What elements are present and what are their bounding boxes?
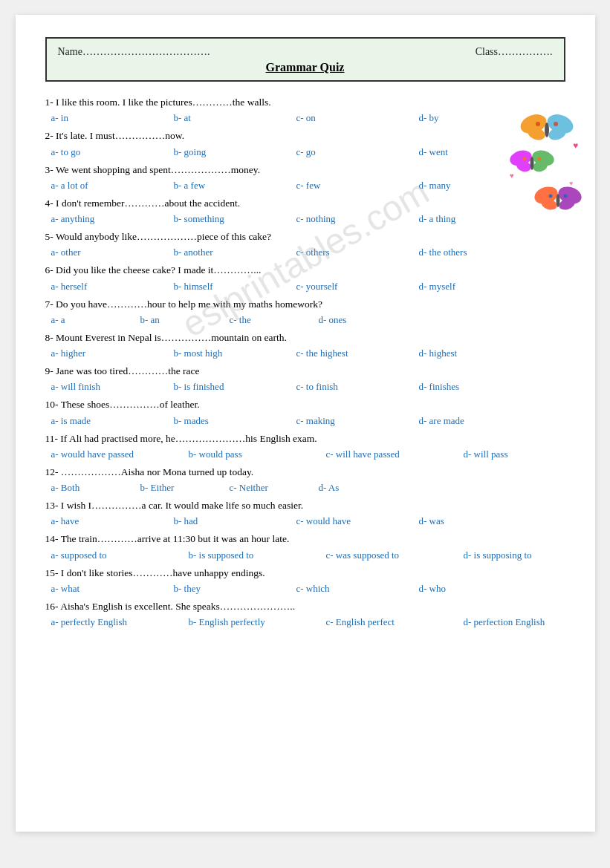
options-row-4: a- anythingb- somethingc- nothingd- a th…	[45, 213, 565, 225]
option-5-d: d- the others	[419, 247, 542, 258]
option-11-b: b- would pass	[189, 448, 326, 460]
option-10-b: b- mades	[174, 415, 296, 427]
question-text-1: 1- I like this room. I like the pictures…	[45, 95, 565, 110]
option-14-a: a- supposed to	[51, 549, 189, 561]
question-text-14: 14- The train…………arrive at 11:30 but it …	[45, 532, 565, 546]
options-row-16: a- perfectly Englishb- English perfectly…	[45, 616, 565, 628]
question-text-16: 16- Aisha's English is excellent. She sp…	[45, 599, 565, 614]
option-2-b: b- going	[174, 146, 296, 158]
options-row-12: a- Bothb- Eitherc- Neitherd- As	[45, 482, 565, 494]
option-8-d: d- highest	[419, 347, 542, 359]
question-block-3: 3- We went shopping and spent………………money…	[45, 163, 565, 192]
question-text-4: 4- I don't remember…………about the acciden…	[45, 196, 565, 211]
option-12-c: c- Neither	[230, 482, 319, 494]
option-8-c: c- the highest	[296, 347, 419, 359]
option-4-c: c- nothing	[296, 213, 419, 225]
question-block-5: 5- Would anybody like………………piece of this…	[45, 229, 565, 258]
question-block-10: 10- These shoes……………of leather.a- is mad…	[45, 397, 565, 426]
question-block-6: 6- Did you like the cheese cake? I made …	[45, 263, 565, 292]
question-text-5: 5- Would anybody like………………piece of this…	[45, 229, 565, 244]
option-8-a: a- higher	[51, 347, 174, 359]
options-row-6: a- herselfb- himselfc- yourselfd- myself	[45, 281, 565, 293]
option-16-a: a- perfectly English	[51, 616, 189, 628]
option-9-d: d- finishes	[419, 381, 542, 393]
options-row-13: a- haveb- hadc- would haved- was	[45, 515, 565, 527]
option-15-d: d- who	[419, 583, 542, 595]
class-label: Class…………….	[476, 46, 553, 58]
question-block-12: 12- ………………Aisha nor Mona turned up today…	[45, 465, 565, 494]
option-11-d: d- will pass	[464, 448, 601, 460]
option-13-a: a- have	[51, 515, 174, 527]
question-block-13: 13- I wish I……………a car. It would make li…	[45, 498, 565, 527]
options-row-3: a- a lot ofb- a fewc- fewd- many	[45, 180, 565, 192]
option-2-c: c- go	[296, 146, 419, 158]
option-12-b: b- Either	[140, 482, 230, 494]
option-10-d: d- are made	[419, 415, 542, 427]
question-block-9: 9- Jane was too tired…………the racea- will…	[45, 364, 565, 393]
question-text-13: 13- I wish I……………a car. It would make li…	[45, 498, 565, 513]
option-7-c: c- the	[230, 314, 319, 326]
question-text-9: 9- Jane was too tired…………the race	[45, 364, 565, 379]
option-12-d: d- As	[319, 482, 408, 494]
option-13-b: b- had	[174, 515, 296, 527]
option-7-b: b- an	[140, 314, 230, 326]
option-16-c: c- English perfect	[326, 616, 464, 628]
option-15-a: a- what	[51, 583, 174, 595]
question-text-11: 11- If Ali had practised more, he……………………	[45, 431, 565, 446]
question-block-15: 15- I don't like stories…………have unhappy…	[45, 566, 565, 595]
options-row-1: a- inb- atc- ond- by	[45, 112, 565, 124]
option-5-a: a- other	[51, 247, 174, 258]
option-10-a: a- is made	[51, 415, 174, 427]
questions-container: 1- I like this room. I like the pictures…	[45, 95, 565, 628]
question-block-8: 8- Mount Everest in Nepal is……………mountai…	[45, 330, 565, 359]
option-10-c: c- making	[296, 415, 419, 427]
option-16-b: b- English perfectly	[189, 616, 326, 628]
option-4-a: a- anything	[51, 213, 174, 225]
option-14-b: b- is supposed to	[189, 549, 326, 561]
option-7-a: a- a	[51, 314, 140, 326]
option-2-d: d- went	[419, 146, 542, 158]
option-5-b: b- another	[174, 247, 296, 258]
option-12-a: a- Both	[51, 482, 140, 494]
option-16-d: d- perfection English	[464, 616, 601, 628]
option-13-d: d- was	[419, 515, 542, 527]
option-15-c: c- which	[296, 583, 419, 595]
option-8-b: b- most high	[174, 347, 296, 359]
question-block-2: 2- It's late. I must……………now.a- to gob- …	[45, 128, 565, 157]
question-block-14: 14- The train…………arrive at 11:30 but it …	[45, 532, 565, 561]
question-text-15: 15- I don't like stories…………have unhappy…	[45, 566, 565, 581]
option-11-c: c- will have passed	[326, 448, 464, 460]
option-5-c: c- others	[296, 247, 419, 258]
option-1-b: b- at	[174, 112, 296, 124]
header-top-row: Name………………………………. Class…………….	[58, 46, 553, 58]
question-text-12: 12- ………………Aisha nor Mona turned up today…	[45, 465, 565, 480]
svg-text:♥: ♥	[569, 180, 573, 187]
option-3-a: a- a lot of	[51, 180, 174, 192]
question-text-10: 10- These shoes……………of leather.	[45, 397, 565, 412]
option-14-c: c- was supposed to	[326, 549, 464, 561]
option-6-c: c- yourself	[296, 281, 419, 293]
option-11-a: a- would have passed	[51, 448, 189, 460]
svg-text:♥: ♥	[573, 140, 578, 151]
option-7-d: d- ones	[319, 314, 408, 326]
option-6-d: d- myself	[419, 281, 542, 293]
option-9-a: a- will finish	[51, 381, 174, 393]
question-block-7: 7- Do you have…………hour to help me with m…	[45, 297, 565, 326]
option-1-c: c- on	[296, 112, 419, 124]
options-row-15: a- whatb- theyc- whichd- who	[45, 583, 565, 595]
quiz-title: Grammar Quiz	[58, 61, 553, 74]
question-block-11: 11- If Ali had practised more, he……………………	[45, 431, 565, 460]
option-1-a: a- in	[51, 112, 174, 124]
page: Name………………………………. Class……………. Grammar Qu…	[16, 15, 595, 832]
option-4-d: d- a thing	[419, 213, 542, 225]
options-row-11: a- would have passedb- would passc- will…	[45, 448, 565, 460]
question-text-6: 6- Did you like the cheese cake? I made …	[45, 263, 565, 278]
option-6-b: b- himself	[174, 281, 296, 293]
question-text-8: 8- Mount Everest in Nepal is……………mountai…	[45, 330, 565, 345]
options-row-8: a- higherb- most highc- the highestd- hi…	[45, 347, 565, 359]
options-row-2: a- to gob- goingc- god- went	[45, 146, 565, 158]
option-1-d: d- by	[419, 112, 542, 124]
option-3-d: d- many	[419, 180, 542, 192]
question-text-2: 2- It's late. I must……………now.	[45, 128, 565, 143]
option-4-b: b- something	[174, 213, 296, 225]
